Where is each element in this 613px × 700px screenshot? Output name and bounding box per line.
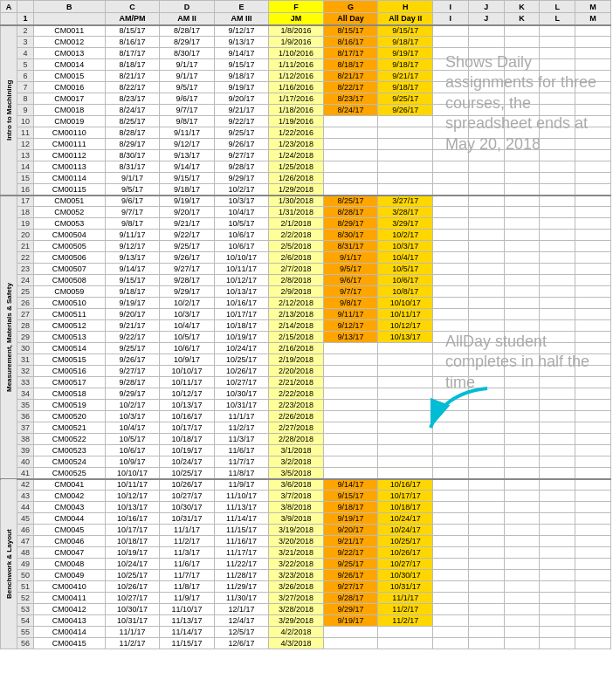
cell-allday2: 10/26/17 <box>378 547 433 559</box>
cell-id: CM0014 <box>34 59 106 71</box>
table-row: 10CM00198/25/179/8/179/22/171/19/2016 <box>1 116 611 127</box>
cell-ampm: 8/17/17 <box>105 48 160 59</box>
cell-am3: 10/17/17 <box>214 309 269 320</box>
cell-m <box>575 638 611 649</box>
cell-k <box>504 252 540 264</box>
cell-am2: 9/6/17 <box>160 93 215 105</box>
row-number: 6 <box>17 71 34 82</box>
cell-am3: 11/29/17 <box>214 581 269 593</box>
cell-id: CM00113 <box>34 161 106 173</box>
row-number: 18 <box>17 207 34 218</box>
cell-k <box>504 354 540 366</box>
row-number: 7 <box>17 82 34 93</box>
cell-j <box>468 366 504 377</box>
cell-id: CM0045 <box>34 525 106 536</box>
cell-am3: 10/24/17 <box>214 343 269 354</box>
cell-am3: 10/19/17 <box>214 332 269 343</box>
cell-l <box>540 491 575 502</box>
cell-i <box>432 468 468 479</box>
cell-am3: 10/31/17 <box>214 400 269 411</box>
cell-i <box>432 139 468 150</box>
cell-am2: 10/30/17 <box>160 502 215 513</box>
cell-allday2: 3/28/17 <box>378 207 433 218</box>
cell-k <box>504 264 540 275</box>
cell-j <box>468 93 504 105</box>
cell-am3: 10/4/17 <box>214 207 269 218</box>
cell-j <box>468 479 504 491</box>
cell-id: CM00525 <box>34 468 106 479</box>
cell-m <box>575 127 611 139</box>
cell-ampm: 9/28/17 <box>105 377 160 388</box>
cell-am3: 11/15/17 <box>214 525 269 536</box>
cell-am2: 10/4/17 <box>160 320 215 332</box>
cell-id: CM00508 <box>34 275 106 286</box>
cell-ampm: 8/22/17 <box>105 82 160 93</box>
cell-am3: 11/1/17 <box>214 411 269 422</box>
cell-jm: 2/20/2018 <box>269 366 324 377</box>
cell-j <box>468 502 504 513</box>
cell-i <box>432 456 468 468</box>
cell-am2: 10/9/17 <box>160 354 215 366</box>
header-a <box>1 13 17 25</box>
row-number: 50 <box>17 570 34 581</box>
cell-ampm: 8/15/17 <box>105 25 160 37</box>
cell-am3: 11/7/17 <box>214 456 269 468</box>
cell-m <box>575 150 611 161</box>
cell-allday2: 10/30/17 <box>378 570 433 581</box>
cell-jm: 3/27/2018 <box>269 593 324 604</box>
group-label-cell: Intro to Machining <box>1 25 17 196</box>
cell-allday2 <box>378 434 433 445</box>
cell-am2: 10/16/17 <box>160 411 215 422</box>
cell-am2: 11/3/17 <box>160 547 215 559</box>
cell-am2: 11/7/17 <box>160 570 215 581</box>
cell-allday2 <box>378 388 433 400</box>
cell-id: CM0011 <box>34 25 106 37</box>
cell-jm: 3/22/2018 <box>269 559 324 570</box>
cell-ampm: 10/30/17 <box>105 604 160 615</box>
row-number: 54 <box>17 615 34 627</box>
cell-allday: 9/28/17 <box>323 593 378 604</box>
cell-i <box>432 230 468 241</box>
cell-m <box>575 434 611 445</box>
cell-i <box>432 218 468 230</box>
row-number: 39 <box>17 445 34 456</box>
cell-am2: 9/5/17 <box>160 82 215 93</box>
cell-m <box>575 593 611 604</box>
table-row: 29CM005139/22/1710/5/1710/19/172/15/2018… <box>1 332 611 343</box>
cell-j <box>468 25 504 37</box>
cell-k <box>504 207 540 218</box>
cell-allday: 9/6/17 <box>323 275 378 286</box>
cell-jm: 1/8/2016 <box>269 25 324 37</box>
cell-am2: 11/2/17 <box>160 536 215 547</box>
cell-i <box>432 377 468 388</box>
cell-allday: 8/15/17 <box>323 25 378 37</box>
cell-k <box>504 196 540 207</box>
cell-i <box>432 207 468 218</box>
cell-id: CM0046 <box>34 536 106 547</box>
cell-id: CM0016 <box>34 82 106 93</box>
cell-allday2 <box>378 127 433 139</box>
cell-j <box>468 456 504 468</box>
cell-l <box>540 366 575 377</box>
cell-i <box>432 638 468 649</box>
cell-j <box>468 286 504 298</box>
cell-am2: 10/24/17 <box>160 456 215 468</box>
cell-allday: 9/27/17 <box>323 581 378 593</box>
cell-jm: 2/23/2018 <box>269 400 324 411</box>
cell-ampm: 9/25/17 <box>105 343 160 354</box>
cell-id: CM00512 <box>34 320 106 332</box>
col-letter-c: C <box>105 1 160 13</box>
cell-am3: 9/18/17 <box>214 71 269 82</box>
cell-j <box>468 218 504 230</box>
cell-j <box>468 536 504 547</box>
cell-am3: 12/1/17 <box>214 604 269 615</box>
cell-allday: 9/5/17 <box>323 264 378 275</box>
row-number: 19 <box>17 218 34 230</box>
cell-id: CM00410 <box>34 581 106 593</box>
cell-am3: 11/9/17 <box>214 479 269 491</box>
table-row: 20CM005049/11/179/22/1710/6/172/2/20188/… <box>1 230 611 241</box>
cell-jm: 3/26/2018 <box>269 581 324 593</box>
cell-ampm: 9/6/17 <box>105 196 160 207</box>
cell-jm: 1/23/2018 <box>269 139 324 150</box>
cell-id: CM0051 <box>34 196 106 207</box>
